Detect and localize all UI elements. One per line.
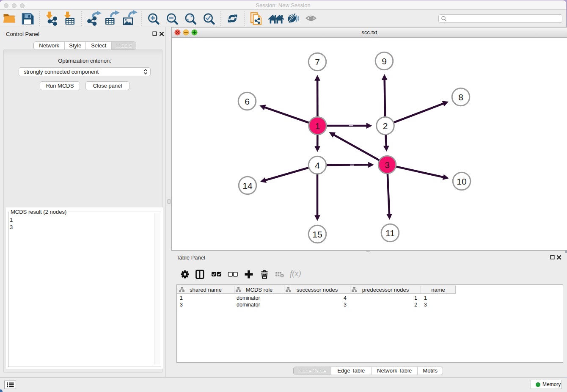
svg-text:10: 10 [457, 177, 466, 186]
svg-text:3: 3 [385, 160, 390, 170]
svg-text:4: 4 [315, 160, 320, 170]
svg-text:9: 9 [382, 56, 387, 66]
svg-text:6: 6 [245, 97, 250, 106]
svg-text:14: 14 [242, 181, 253, 190]
svg-text:7: 7 [315, 57, 320, 67]
svg-text:1: 1 [315, 121, 320, 131]
svg-text:11: 11 [385, 228, 395, 238]
svg-text:8: 8 [458, 92, 463, 102]
svg-text:15: 15 [312, 229, 322, 239]
svg-text:2: 2 [383, 121, 388, 131]
